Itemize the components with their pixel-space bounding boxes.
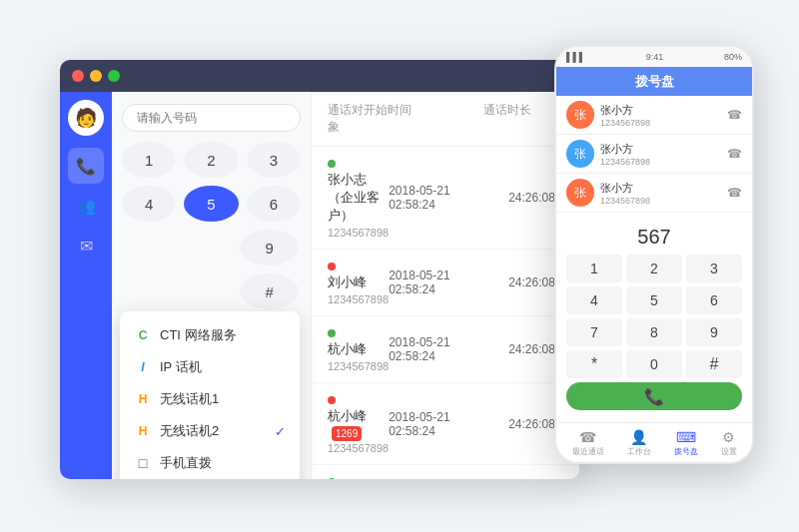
check-icon: ✓ [275, 424, 286, 439]
table-row[interactable]: 张小志（企业客户） 1234567898 2018-05-21 02:58:24… [312, 147, 579, 250]
mobile-icon: □ [134, 454, 152, 472]
contact-name: 张小方 [600, 142, 721, 157]
dial-btn-3[interactable]: 3 [247, 142, 301, 178]
mobile-app: ▌▌▌ 9:41 80% 拨号盘 张 张小方 1234567898 ☎ 张 张小… [554, 45, 754, 464]
menu-item-wireless2[interactable]: H 无线话机2 ✓ [120, 415, 300, 447]
mb-btn-2[interactable]: 2 [626, 255, 682, 282]
call-icon[interactable]: ☎ [727, 147, 742, 161]
call-time: 2018-05-21 02:58:24 [389, 410, 508, 438]
menu-item-mobile[interactable]: □ 手机直拨 [120, 447, 300, 479]
window-controls [72, 70, 120, 82]
caller-number: 1234567898 [328, 442, 389, 454]
mb-btn-7[interactable]: 7 [566, 318, 622, 346]
desktop-app: 🧑 📞 👥 ✉ 1 2 3 4 5 6 9 # C [60, 60, 579, 479]
table-row[interactable]: 杭小峰 1234567898 2018-05-21 02:58:24 24:26… [312, 316, 579, 383]
call-list-panel: 通话对象 开始时间 通话时长 张小志（企业客户） 1234567898 2018… [312, 92, 579, 479]
device-dropdown: C CTI 网络服务 I IP 话机 H 无线话机1 H 无线话机2 ✓ □ [120, 311, 300, 479]
mobile-dialpad-grid: 1 2 3 4 5 6 7 8 9 * 0 # 📞 [566, 255, 742, 410]
mb-btn-6[interactable]: 6 [686, 286, 742, 314]
dialpad-grid: 1 2 3 4 5 6 [122, 142, 301, 222]
call-icon[interactable]: ☎ [727, 186, 742, 200]
mobile-dial-display: 567 [566, 222, 742, 255]
nav-item-recent[interactable]: ☎ 最近通话 [572, 429, 604, 457]
avatar: 张 [566, 140, 594, 168]
nav-item-workbench[interactable]: 👤 工作台 [627, 429, 651, 457]
caller-name: 杭小峰 [328, 340, 389, 358]
sidebar-icon-contacts[interactable]: 👥 [68, 188, 104, 224]
list-item[interactable]: 张 张小方 1234567898 ☎ [556, 174, 752, 213]
sidebar: 🧑 📞 👥 ✉ [60, 92, 112, 479]
status-dot-red [328, 263, 336, 270]
nav-item-settings[interactable]: ⚙ 设置 [721, 429, 737, 457]
header-time: 开始时间 [364, 102, 483, 136]
dial-btn-1[interactable]: 1 [122, 142, 176, 178]
dial-btn-2[interactable]: 2 [184, 142, 238, 178]
mb-btn-hash[interactable]: # [686, 350, 742, 378]
wireless2-icon: H [134, 422, 152, 440]
mobile-title: 拨号盘 [635, 74, 674, 89]
dial-btn-9[interactable]: 9 [240, 230, 299, 266]
caller-number: 1234567898 [328, 293, 389, 305]
settings-nav-icon: ⚙ [722, 429, 735, 445]
mb-btn-3[interactable]: 3 [686, 255, 742, 282]
left-panel: 1 2 3 4 5 6 9 # C CTI 网络服务 I IP 话机 [112, 92, 312, 479]
status-dot-green [328, 329, 336, 337]
table-row[interactable]: 刘小峰 1234567898 2018-05-21 02:58:24 24:26… [312, 250, 579, 316]
sidebar-icon-phone[interactable]: 📞 [68, 148, 104, 184]
mb-btn-9[interactable]: 9 [686, 318, 742, 346]
menu-item-cti[interactable]: C CTI 网络服务 [120, 319, 300, 351]
call-badge: 1269 [332, 426, 362, 441]
maximize-button[interactable] [108, 70, 120, 82]
contact-name: 张小方 [600, 181, 721, 196]
status-dot-red [328, 396, 336, 404]
caller-number: 1234567898 [328, 360, 389, 372]
call-time: 2018-05-21 02:58:24 [389, 184, 508, 212]
mb-btn-8[interactable]: 8 [626, 318, 682, 346]
mobile-status-bar: ▌▌▌ 9:41 80% [556, 47, 752, 67]
menu-item-wireless1[interactable]: H 无线话机1 [120, 383, 300, 415]
mb-call-button[interactable]: 📞 [566, 382, 742, 410]
caller-name: 刘小峰 [328, 273, 389, 291]
app-body: 🧑 📞 👥 ✉ 1 2 3 4 5 6 9 # C [60, 92, 579, 479]
dialpad-grid-2: 9 # [240, 230, 299, 309]
nav-label-settings: 设置 [721, 446, 737, 457]
mb-btn-5[interactable]: 5 [626, 286, 682, 314]
phone-nav-icon: ☎ [579, 429, 596, 445]
call-icon[interactable]: ☎ [727, 108, 742, 122]
caller-info: 杭小峰1269 1234567898 [328, 393, 389, 454]
nav-label-dialpad: 拨号盘 [674, 446, 698, 457]
table-row[interactable]: 杭小峰1269 1234567898 2018-05-21 02:58:24 2… [312, 383, 579, 465]
mb-btn-0[interactable]: 0 [626, 350, 682, 378]
dial-btn-4[interactable]: 4 [122, 186, 176, 222]
avatar[interactable]: 🧑 [68, 100, 104, 136]
mobile-bottom-nav: ☎ 最近通话 👤 工作台 ⌨ 拨号盘 ⚙ 设置 [556, 422, 752, 462]
time-value: 2018-05-21 [389, 184, 508, 198]
mb-btn-1[interactable]: 1 [566, 255, 622, 282]
minimize-button[interactable] [90, 70, 102, 82]
dial-btn-hash[interactable]: # [240, 273, 299, 309]
menu-item-ip[interactable]: I IP 话机 [120, 351, 300, 383]
nav-item-dialpad[interactable]: ⌨ 拨号盘 [674, 429, 698, 457]
call-info: 张小方 1234567898 [600, 142, 721, 167]
dial-btn-6[interactable]: 6 [247, 186, 301, 222]
menu-label-wireless2: 无线话机2 [160, 422, 219, 440]
cti-icon: C [134, 326, 152, 344]
sidebar-icon-message[interactable]: ✉ [68, 228, 104, 264]
menu-label-wireless1: 无线话机1 [160, 390, 219, 408]
list-item[interactable]: 张 张小方 1234567898 ☎ [556, 96, 752, 135]
list-item[interactable]: 张 张小方 1234567898 ☎ [556, 135, 752, 174]
dial-btn-5[interactable]: 5 [184, 186, 238, 222]
header-caller: 通话对象 [328, 102, 364, 136]
table-row[interactable]: 杭小峰 1234567898 2018-05-21 02:58:24 24:26… [312, 465, 579, 479]
mb-btn-4[interactable]: 4 [566, 286, 622, 314]
nav-label-workbench: 工作台 [627, 446, 651, 457]
signal-icon: ▌▌▌ [566, 52, 585, 62]
caller-number: 1234567898 [328, 227, 389, 239]
ip-icon: I [134, 358, 152, 376]
call-info: 张小方 1234567898 [600, 103, 721, 128]
contact-number: 1234567898 [600, 157, 721, 167]
dial-input[interactable] [122, 104, 301, 132]
close-button[interactable] [72, 70, 84, 82]
mb-btn-star[interactable]: * [566, 350, 622, 378]
call-info: 张小方 1234567898 [600, 181, 721, 206]
